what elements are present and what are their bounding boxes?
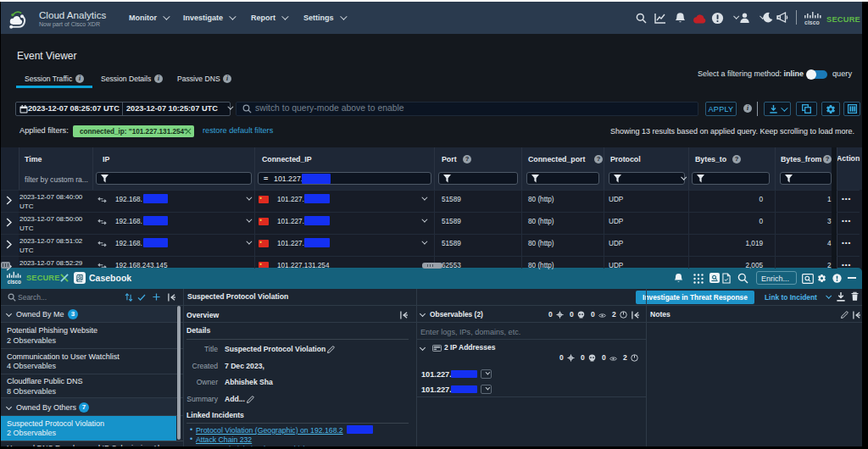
svg-text:cisco: cisco <box>804 19 820 25</box>
svg-text:cisco: cisco <box>8 279 21 284</box>
